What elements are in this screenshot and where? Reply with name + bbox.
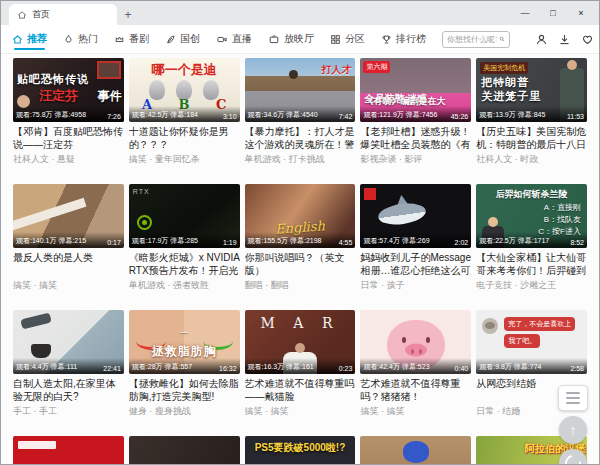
video-title[interactable]: 艺术难道就不值得尊重吗——戴猫脸 [245,377,356,403]
video-category[interactable]: 影视杂谈 · 影评 [360,153,471,166]
favorites-heart-icon[interactable] [581,33,594,46]
video-card[interactable]: 贴吧恐怖传说 汪定芬 事件 观看:75.8万 弹幕:4958 7:26 【邓肯】… [13,58,124,166]
video-title[interactable]: 妈妈收到儿子的Message相册…谁忍心拒绝这么可爱的小猫… [360,251,471,277]
thumb-overlay-text: 汪定芬 [39,87,78,105]
video-thumbnail[interactable]: 第六期 全员装憨 迷惑 《有翡》编剧是在大 观看:121.9万 弹幕:7456 … [360,58,471,122]
video-category[interactable]: 搞笑 · 搞笑 [245,405,356,418]
video-category[interactable]: 单机游戏 · 打卡挑战 [245,153,356,166]
video-card[interactable]: M A R 观看:16.3万 弹幕:161 0:23 艺术难道就不值得尊重吗——… [245,310,356,418]
nav-item-hot[interactable]: 热门 [63,25,98,53]
video-thumbnail[interactable]: 美国宪制危机 把特朗普 关进笼子里 观看:13.9万 弹幕:845 11:53 [476,58,587,122]
user-icon[interactable] [535,33,548,46]
video-thumbnail[interactable]: 观看:42.4万 弹幕:523 0:40 [360,310,471,374]
video-title[interactable]: 【大仙全家桶】让大仙哥哥来考考你们！后羿碰到兰陵王必出… [476,251,587,277]
nav-item-guochuang[interactable]: 国创 [165,25,200,53]
video-thumbnail[interactable]: 完了，不会是喜欢上 我了吧。 观看:9.8万 弹幕:774 2:58 [476,310,587,374]
video-category[interactable]: 搞笑 · 搞笑 [360,405,471,418]
video-title[interactable]: 十道题让你怀疑你是男的？？？ [129,125,240,151]
video-title[interactable]: 你那叫说唱吗？（英文版） [245,251,356,277]
video-category[interactable]: 翻唱 · 翻唱 [245,279,356,292]
close-button[interactable]: × [567,1,595,25]
nav-item-ranking[interactable]: 排行榜 [381,25,426,53]
minimize-button[interactable]: — [511,1,539,25]
video-duration: 7:26 [107,113,121,120]
video-category[interactable]: 搞笑 · 童年回忆杀 [129,153,240,166]
video-title[interactable]: 【老邦吐槽】迷惑升级！爆笑吐槽全员装憨的《有翡》 [360,125,471,151]
refresh-button[interactable] [559,449,587,464]
camera-icon [216,34,228,45]
video-thumbnail[interactable] [13,436,124,464]
video-thumbnail[interactable]: PS5要跌破5000啦!? [245,436,356,464]
video-thumbnail[interactable]: RTX 观看:17.9万 弹幕:285 1:19 [129,184,240,248]
danmaku-list-button[interactable] [558,385,588,411]
nav-item-anime[interactable]: 番剧 [114,25,149,53]
video-title[interactable]: 最反人类的是人类 [13,251,124,277]
video-thumbnail[interactable]: English 观看:155.5万 弹幕:2198 4:55 [245,184,356,248]
video-stats-bar: 观看:9.8万 弹幕:774 2:58 [476,358,587,374]
video-thumbnail[interactable] [129,436,240,464]
thumb-overlay-text: 关进笼子里 [481,89,541,104]
video-category[interactable]: 手工 · 手工 [13,405,124,418]
search-box[interactable] [442,31,510,48]
video-thumbnail[interactable]: 观看:140.1万 弹幕:215 0:17 [13,184,124,248]
download-icon[interactable] [558,33,571,46]
video-thumbnail[interactable]: 观看:57.4万 弹幕:269 2:02 [360,184,471,248]
maximize-button[interactable]: □ [539,1,567,25]
video-title[interactable]: 艺术难道就不值得尊重吗？猪猪猪！ [360,377,471,403]
video-category[interactable]: 健身 · 瘦身挑战 [129,405,240,418]
video-thumbnail[interactable]: 哪一个是迪 ABC 观看:42.5万 弹幕:184 3:10 [129,58,240,122]
video-category[interactable]: 搞笑 · 搞笑 [13,279,124,292]
video-card[interactable]: PS5要跌破5000啦!? [245,436,356,464]
pig-eye-graphic [402,337,406,343]
video-title[interactable]: 【暴力摩托】：打人才是这个游戏的灵魂所在！警察都制不住！ [245,125,356,151]
video-thumbnail[interactable]: 后羿如何斩杀兰陵 A：直接刚 B：找队友 C：按F进入 观看:22.5万 弹幕:… [476,184,587,248]
video-card[interactable]: 第六期 全员装憨 迷惑 《有翡》编剧是在大 观看:121.9万 弹幕:7456 … [360,58,471,166]
video-category[interactable]: 日常 · 孩子 [360,279,471,292]
video-stats: 观看:17.9万 弹幕:285 [132,236,198,246]
video-title[interactable]: 【邓肯】百度贴吧恐怖传说——汪定芬 [13,125,124,151]
video-title[interactable]: 【拯救雌化】如何去除脂肪胸,打造完美胸型! [129,377,240,403]
video-category[interactable]: 单机游戏 · 强者致胜 [129,279,240,292]
video-card[interactable]: 美国宪制危机 把特朗普 关进笼子里 观看:13.9万 弹幕:845 11:53 … [476,58,587,166]
video-card[interactable]: RTX 观看:17.9万 弹幕:285 1:19 《暗影火炬城》x NVIDIA… [129,184,240,292]
video-thumbnail[interactable] [360,436,471,464]
video-title[interactable]: 【历史五味】美国宪制危机：特朗普的最后十八日 [476,125,587,151]
video-thumbnail[interactable]: 观看:4.4万 弹幕:111 22:41 [13,310,124,374]
video-card[interactable]: 后羿如何斩杀兰陵 A：直接刚 B：找队友 C：按F进入 观看:22.5万 弹幕:… [476,184,587,292]
video-category[interactable]: 电子竞技 · 沙雕之王 [476,279,587,292]
video-card[interactable] [129,436,240,464]
video-title[interactable]: 《暗影火炬城》x NVIDIA RTX预告片发布！开启光追新时代! [129,251,240,277]
video-card[interactable]: 哪一个是迪 ABC 观看:42.5万 弹幕:184 3:10 十道题让你怀疑你是… [129,58,240,166]
chat-avatar [482,318,498,334]
video-card[interactable]: 观看:4.4万 弹幕:111 22:41 自制人造太阳,在家里体验无限的白天? … [13,310,124,418]
video-card[interactable] [13,436,124,464]
nav-item-categories[interactable]: 分区 [330,25,365,53]
nav-item-live[interactable]: 直播 [216,25,252,53]
new-tab-button[interactable]: + [117,5,139,25]
video-card[interactable] [360,436,471,464]
video-card[interactable]: 观看:140.1万 弹幕:215 0:17 最反人类的是人类 搞笑 · 搞笑 [13,184,124,292]
video-card[interactable]: → 拯救脂肪胸 观看:28万 弹幕:557 16:32 【拯救雌化】如何去除脂肪… [129,310,240,418]
video-card[interactable]: 观看:57.4万 弹幕:269 2:02 妈妈收到儿子的Message相册…谁忍… [360,184,471,292]
chat-bubble: 我了吧。 [504,334,540,348]
video-card[interactable]: 打人才 观看:34.6万 弹幕:4540 7:42 【暴力摩托】：打人才是这个游… [245,58,356,166]
search-icon[interactable] [499,34,505,44]
video-thumbnail[interactable]: 贴吧恐怖传说 汪定芬 事件 观看:75.8万 弹幕:4958 7:26 [13,58,124,122]
video-stats: 观看:28万 弹幕:557 [132,362,192,372]
back-to-top-button[interactable]: ↑ [559,416,587,444]
thumb-overlay-text: 哪一个是迪 [152,61,217,79]
video-category[interactable]: 社科人文 · 时政 [476,153,587,166]
video-card[interactable]: 观看:42.4万 弹幕:523 0:40 艺术难道就不值得尊重吗？猪猪猪！ 搞笑… [360,310,471,418]
video-thumbnail[interactable]: 打人才 观看:34.6万 弹幕:4540 7:42 [245,58,356,122]
nav-item-cinema[interactable]: 放映厅 [268,25,314,53]
tab-home[interactable]: 首页 [9,4,117,25]
app-window: 首页 + — □ × 推荐 热门 番剧 国创 直播 [0,0,600,465]
video-thumbnail[interactable]: M A R 观看:16.3万 弹幕:161 0:23 [245,310,356,374]
nav-label: 放映厅 [284,32,314,46]
nav-item-recommend[interactable]: 推荐 [12,25,47,53]
video-thumbnail[interactable]: → 拯救脂肪胸 观看:28万 弹幕:557 16:32 [129,310,240,374]
search-input[interactable] [447,35,497,44]
video-category[interactable]: 社科人文 · 悬疑 [13,153,124,166]
video-title[interactable]: 自制人造太阳,在家里体验无限的白天? [13,377,124,403]
video-card[interactable]: English 观看:155.5万 弹幕:2198 4:55 你那叫说唱吗？（英… [245,184,356,292]
